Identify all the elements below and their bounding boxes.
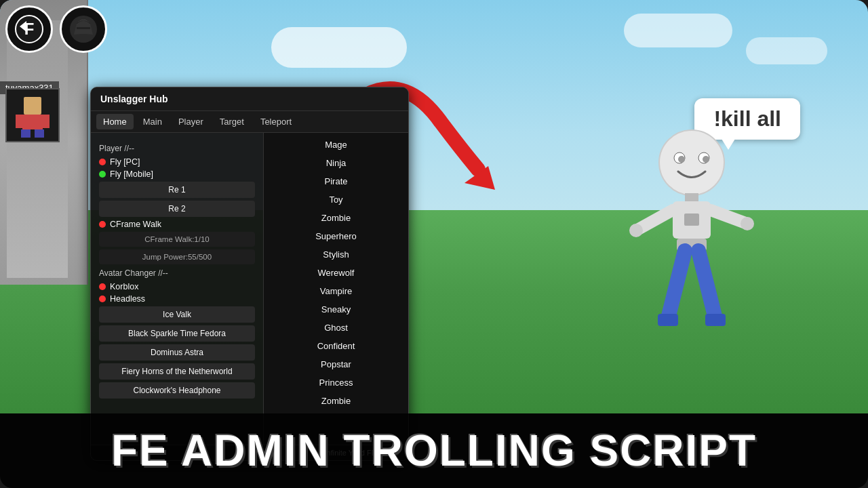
list-item-zombie2[interactable]: Zombie [264,392,408,410]
cloud-3 [746,37,827,64]
svg-point-20 [678,156,685,163]
list-item-zombie1[interactable]: Zombie [264,209,408,227]
svg-rect-24 [684,214,699,226]
tab-home[interactable]: Home [96,114,134,129]
svg-rect-15 [35,129,44,138]
svg-rect-8 [77,27,90,29]
tab-player[interactable]: Player [172,114,210,129]
headless-toggle[interactable]: Headless [99,294,255,304]
gui-nav: Home Main Player Target Teleport [91,111,408,133]
bottom-title-text: FE ADMIN TROLLING SCRIPT [111,426,757,476]
svg-rect-12 [16,115,22,128]
list-item-sneaky[interactable]: Sneaky [264,300,408,319]
dominus-astra-button[interactable]: Dominus Astra [99,344,255,361]
fly-pc-toggle[interactable]: Fly [PC] [99,157,255,167]
gui-content: Player //-- Fly [PC] Fly [Mobile] Re 1 R… [91,133,408,445]
jump-power-info: Jump Power:55/500 [99,249,255,264]
svg-point-21 [703,156,709,163]
list-item-pirate[interactable]: Pirate [264,172,408,190]
svg-point-17 [659,130,724,195]
player-section-label: Player //-- [99,144,255,153]
fly-pc-dot [99,159,106,165]
fly-mobile-dot [99,171,106,178]
svg-line-30 [668,251,685,319]
fly-mobile-toggle[interactable]: Fly [Mobile] [99,169,255,179]
list-item-confident[interactable]: Confident [264,337,408,355]
list-item-princess[interactable]: Princess [264,373,408,392]
svg-rect-13 [43,115,50,128]
ui-icons-bar: F [5,5,107,53]
svg-point-26 [629,224,643,237]
ninja-icon [60,5,107,53]
left-panel: Player //-- Fly [PC] Fly [Mobile] Re 1 R… [91,133,264,445]
gui-title: Unslagger Hub [100,94,168,104]
list-item-ghost[interactable]: Ghost [264,319,408,337]
ice-valk-button[interactable]: Ice Valk [99,306,255,323]
list-item-stylish[interactable]: Stylish [264,245,408,264]
headless-dot [99,296,106,302]
tab-main[interactable]: Main [136,114,169,129]
list-item-werewolf[interactable]: Werewolf [264,264,408,282]
logo-icon: F [5,5,53,53]
building-inner [7,20,68,278]
svg-rect-14 [21,129,31,138]
list-item-popstar[interactable]: Popstar [264,355,408,373]
cframe-walk-toggle[interactable]: CFrame Walk [99,220,255,229]
svg-rect-31 [658,314,678,326]
svg-rect-11 [22,115,43,129]
main-container: F tuyamax331 [0,0,868,488]
gui-title-bar: Unslagger Hub [91,87,408,111]
svg-point-28 [741,217,754,230]
gui-window: Unslagger Hub Home Main Player Target Te… [90,87,409,461]
cframe-info: CFrame Walk:1/10 [99,232,255,247]
clockwork-button[interactable]: Clockwork's Headphone [99,382,255,399]
list-item-vampire[interactable]: Vampire [264,282,408,300]
tab-teleport[interactable]: Teleport [254,114,298,129]
list-item-superhero[interactable]: Superhero [264,227,408,245]
bottom-title-bar: FE ADMIN TROLLING SCRIPT [0,413,868,488]
re2-button[interactable]: Re 2 [99,201,255,217]
korblox-toggle[interactable]: Korblox [99,282,255,291]
list-item-mage[interactable]: Mage [264,136,408,154]
cframe-walk-dot [99,221,106,228]
stick-figure [624,125,760,369]
list-item-toy[interactable]: Toy [264,190,408,209]
fiery-horns-button[interactable]: Fiery Horns of the Netherworld [99,363,255,380]
tab-target[interactable]: Target [213,114,251,129]
svg-rect-22 [685,193,698,201]
player-avatar [5,88,60,142]
cloud-1 [271,27,407,68]
list-item-ninja[interactable]: Ninja [264,154,408,172]
svg-line-32 [698,251,715,319]
re1-button[interactable]: Re 1 [99,182,255,198]
right-panel: Mage Ninja Pirate Toy Zombie Superhero S… [264,133,408,445]
korblox-dot [99,283,106,290]
black-sparkle-button[interactable]: Black Sparkle Time Fedora [99,325,255,342]
cloud-2 [624,14,732,47]
svg-rect-33 [705,314,726,326]
svg-rect-10 [24,97,41,115]
avatar-section-label: Avatar Changer //-- [99,268,255,278]
